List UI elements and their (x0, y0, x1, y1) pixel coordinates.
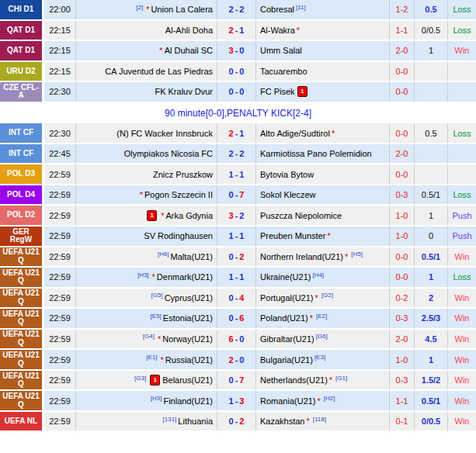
home-team-name[interactable]: SV Rodinghausen (144, 231, 213, 240)
match-row[interactable]: QAT D122:15*Al Duhail SC3-0Umm Salal2-01… (0, 41, 476, 62)
away-team-name[interactable]: FC Pisek (260, 87, 295, 96)
away-team-name[interactable]: Kazakhstan (260, 417, 304, 426)
score-cell[interactable]: 0-4 (217, 289, 256, 308)
league-badge[interactable]: UEFA U21 Q (0, 247, 44, 267)
away-team-name[interactable]: Northern Ireland(U21) (260, 252, 343, 261)
home-team-name[interactable]: Lithuania (178, 417, 213, 426)
match-row[interactable]: QAT D122:15Al-Ahli Doha2-1Al-Wakra*1-10/… (0, 21, 476, 42)
league-badge[interactable]: POL D2 (0, 206, 44, 225)
away-team-name[interactable]: Gibraltar(U21) (260, 334, 314, 344)
league-badge[interactable]: UEFA U21 Q (0, 330, 44, 349)
league-badge[interactable]: CHI D1 (0, 0, 44, 19)
score-cell[interactable]: 0-7 (217, 371, 256, 390)
home-team-name[interactable]: Union La Calera (151, 5, 214, 14)
home-team-name[interactable]: Norway(U21) (162, 334, 213, 344)
away-team-name[interactable]: Poland(U21) (260, 313, 308, 323)
away-team-name[interactable]: Karmiotissa Pano Polemidion (260, 149, 372, 158)
league-badge[interactable]: UEFA U21 Q (0, 391, 44, 410)
score-cell[interactable]: 3-2 (217, 206, 256, 225)
away-team-name[interactable]: Bytovia Bytow (260, 170, 314, 179)
score-cell[interactable]: 1-1 (217, 164, 256, 184)
away-team-name[interactable]: Tacuarembo (260, 67, 307, 76)
score-cell[interactable]: 0-2 (217, 412, 256, 431)
home-team-name[interactable]: Arka Gdynia (165, 211, 213, 220)
home-team-name[interactable]: Al-Ahli Doha (165, 26, 213, 35)
match-row[interactable]: UEFA U21 Q22:59[E1]*Russia(U21)2-0Bulgar… (0, 350, 476, 371)
home-team-name[interactable]: Estonia(U21) (163, 313, 213, 323)
score-cell[interactable]: 0-2 (217, 247, 256, 267)
league-badge[interactable]: UEFA U21 Q (0, 371, 44, 390)
away-team-name[interactable]: Cobresal (260, 5, 294, 14)
score-cell[interactable]: 2-2 (217, 0, 256, 19)
score-cell[interactable]: 2-2 (217, 144, 256, 164)
match-row[interactable]: UEFA U21 Q22:59[E5]Estonia(U21)0-6Poland… (0, 309, 476, 330)
home-team-name[interactable]: (N) FC Wacker Innsbruck (116, 129, 213, 138)
league-badge[interactable]: UEFA U21 Q (0, 289, 44, 308)
match-row[interactable]: POL D222:591*Arka Gdynia3-2Puszcza Niepo… (0, 206, 476, 226)
home-team-name[interactable]: FK Kraluv Dvur (155, 87, 213, 96)
home-team-name[interactable]: Olympiakos Nicosia FC (124, 149, 213, 158)
score-cell[interactable]: 0-0 (217, 82, 256, 102)
score-cell[interactable]: 2-0 (217, 350, 256, 369)
score-cell[interactable]: 1-1 (217, 226, 256, 246)
league-badge[interactable]: INT CF (0, 123, 44, 143)
away-team-name[interactable]: Sokol Kleczew (260, 190, 316, 199)
match-row[interactable]: UEFA U21 Q22:59[H6]Malta(U21)0-2Northern… (0, 247, 476, 268)
home-team-name[interactable]: CA Juventud de Las Piedras (105, 67, 213, 76)
match-row[interactable]: CZE CFL-A22:30FK Kraluv Dvur0-0FC Pisek1… (0, 82, 476, 103)
home-team-name[interactable]: Denmark(U21) (157, 272, 213, 282)
score-cell[interactable]: 0-0 (217, 62, 256, 81)
score-cell[interactable]: 2-1 (217, 123, 256, 143)
away-team-name[interactable]: Portugal(U21) (260, 293, 313, 303)
league-badge[interactable]: GER RegW (0, 226, 44, 246)
away-team-name[interactable]: Ukraine(U21) (260, 272, 311, 282)
league-badge[interactable]: POL D4 (0, 185, 44, 205)
score-cell[interactable]: 0-7 (217, 185, 256, 205)
league-badge[interactable]: CZE CFL-A (0, 82, 44, 102)
score-cell[interactable]: 3-0 (217, 41, 256, 61)
match-row[interactable]: UEFA U21 Q22:59[G3]1Belarus(U21)0-7Nethe… (0, 371, 476, 392)
match-row[interactable]: INT CF22:45Olympiakos Nicosia FC2-2Karmi… (0, 144, 476, 165)
match-row[interactable]: GER RegW22:59SV Rodinghausen1-1Preuben M… (0, 226, 476, 247)
home-team-name[interactable]: Russia(U21) (165, 355, 213, 365)
home-team-name[interactable]: Cyprus(U21) (165, 293, 213, 303)
league-badge[interactable]: POL D3 (0, 164, 44, 184)
league-badge[interactable]: INT CF (0, 144, 44, 164)
match-row[interactable]: POL D322:59Znicz Pruszkow1-1Bytovia Byto… (0, 164, 476, 185)
away-team-name[interactable]: Romania(U21) (260, 396, 316, 406)
match-row[interactable]: INT CF22:30(N) FC Wacker Innsbruck2-1Alt… (0, 123, 476, 144)
away-team-name[interactable]: Umm Salal (260, 46, 302, 55)
away-team-name[interactable]: Preuben Munster (260, 231, 325, 240)
away-team-name[interactable]: Netherlands(U21) (260, 375, 328, 385)
match-row[interactable]: URU D222:15CA Juventud de Las Piedras0-0… (0, 62, 476, 83)
home-team-name[interactable]: Al Duhail SC (165, 46, 213, 55)
score-cell[interactable]: 1-3 (217, 391, 256, 410)
away-team-name[interactable]: Alto Adige/Sudtirol (260, 129, 330, 138)
match-row[interactable]: CHI D122:00[2]*Union La Calera2-2Cobresa… (0, 0, 476, 21)
match-row[interactable]: UEFA U21 Q22:59[H3]*Denmark(U21)1-1Ukrai… (0, 268, 476, 289)
match-row[interactable]: UEFA U21 Q22:59[H3]Finland(U21)1-3Romani… (0, 391, 476, 412)
score-cell[interactable]: 0-6 (217, 309, 256, 328)
home-team-name[interactable]: Pogon Szczecin II (144, 190, 213, 199)
away-team-name[interactable]: Puszcza Niepolomice (260, 211, 342, 220)
match-row[interactable]: UEFA U21 Q22:59[G4]*Norway(U21)6-0Gibral… (0, 330, 476, 351)
away-team-name[interactable]: Al-Wakra (260, 26, 295, 35)
home-team-name[interactable]: Belarus(U21) (162, 375, 213, 385)
match-row[interactable]: UEFA U21 Q22:59[G5]Cyprus(U21)0-4Portuga… (0, 289, 476, 309)
score-cell[interactable]: 6-0 (217, 330, 256, 349)
score-cell[interactable]: 1-1 (217, 268, 256, 287)
league-badge[interactable]: QAT D1 (0, 41, 44, 61)
league-badge[interactable]: URU D2 (0, 62, 44, 81)
league-badge[interactable]: UEFA U21 Q (0, 350, 44, 369)
match-row[interactable]: UEFA NL22:59[131]Lithuania0-2Kazakhstan*… (0, 412, 476, 433)
league-badge[interactable]: UEFA NL (0, 412, 44, 431)
score-cell[interactable]: 2-1 (217, 21, 256, 40)
home-team-name[interactable]: Malta(U21) (171, 252, 213, 261)
match-row[interactable]: POL D422:59*Pogon Szczecin II0-7Sokol Kl… (0, 185, 476, 206)
home-team-name[interactable]: Znicz Pruszkow (153, 170, 213, 179)
league-badge[interactable]: UEFA U21 Q (0, 309, 44, 328)
away-team-name[interactable]: Bulgaria(U21) (260, 355, 313, 365)
league-badge[interactable]: UEFA U21 Q (0, 268, 44, 287)
home-team-name[interactable]: Finland(U21) (163, 396, 213, 406)
league-badge[interactable]: QAT D1 (0, 21, 44, 40)
